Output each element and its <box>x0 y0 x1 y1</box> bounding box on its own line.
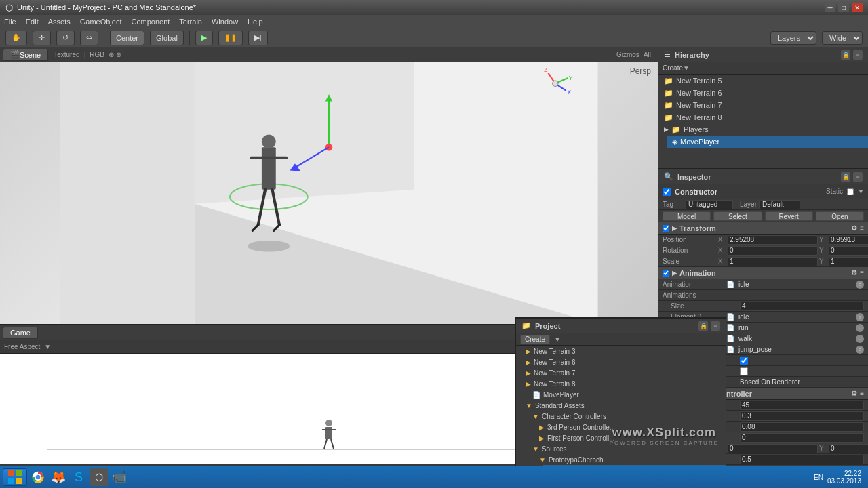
hierarchy-item-terrain7[interactable]: 📁 New Terrain 7 <box>658 99 868 111</box>
minimize-button[interactable]: ─ <box>825 3 835 12</box>
open-button[interactable]: Open <box>816 211 864 221</box>
animate-physics-checkbox[interactable] <box>740 367 748 375</box>
hand-tool[interactable]: ✋ <box>5 30 27 45</box>
project-lock-btn[interactable]: 🔒 <box>698 321 708 331</box>
animation-menu-icon[interactable]: ≡ <box>860 269 864 277</box>
scene-toolbar: Textured | RGB ⊕ ⊕ Gizmos All <box>50 48 655 62</box>
layer-input[interactable] <box>760 200 800 209</box>
char-ctrl-menu-icon[interactable]: ≡ <box>860 390 864 397</box>
folder-icon: 📁 <box>664 101 673 110</box>
inspector-menu-btn[interactable]: ≡ <box>853 172 863 182</box>
hierarchy-lock-btn[interactable]: 🔒 <box>841 50 850 60</box>
start-button[interactable] <box>3 468 27 486</box>
maximize-button[interactable]: □ <box>838 3 849 12</box>
hierarchy-item-terrain8[interactable]: 📁 New Terrain 8 <box>658 111 868 123</box>
animation-enable[interactable] <box>663 270 669 277</box>
play-auto-checkbox[interactable] <box>740 357 748 365</box>
menu-help[interactable]: Help <box>248 18 263 26</box>
hierarchy-item-terrain5[interactable]: 📁 New Terrain 5 <box>658 75 868 87</box>
step-offset-input[interactable] <box>740 411 864 421</box>
proj-item-standard-assets[interactable]: ▼ Standard Assets <box>523 400 726 411</box>
scale-x-input[interactable] <box>728 257 818 266</box>
menu-terrain[interactable]: Terrain <box>179 18 202 26</box>
menu-component[interactable]: Component <box>131 18 170 26</box>
proj-item-terrain8[interactable]: ▶ New Terrain 8 <box>523 378 726 389</box>
slope-limit-input[interactable] <box>740 401 864 410</box>
element3-pick-btn[interactable]: ○ <box>856 346 864 354</box>
project-create-button[interactable]: Create <box>520 335 550 344</box>
proj-item-prototype[interactable]: ▼ PrototypaCherach... <box>536 454 726 465</box>
taskbar-firefox-icon[interactable]: 🦊 <box>49 468 68 486</box>
move-tool[interactable]: ✛ <box>33 30 51 45</box>
static-checkbox[interactable] <box>847 188 854 195</box>
global-button[interactable]: Global <box>150 30 184 45</box>
layer-label: Layer <box>740 201 757 208</box>
hierarchy-create-label[interactable]: Create <box>663 64 683 72</box>
hierarchy-item-terrain6[interactable]: 📁 New Terrain 6 <box>658 87 868 99</box>
folder-icon: ▼ <box>526 402 532 409</box>
scene-viewport[interactable]: Y Z X Persp <box>0 62 658 324</box>
menu-assets[interactable]: Assets <box>48 18 71 26</box>
inspector-lock-btn[interactable]: 🔒 <box>841 172 850 182</box>
proj-item-moveplayer[interactable]: 📄 MovePlayer <box>530 389 726 400</box>
center-x-input[interactable] <box>728 444 818 453</box>
proj-item-char-controllers[interactable]: ▼ Character Controllers <box>530 411 726 422</box>
game-tab[interactable]: Game <box>3 327 38 339</box>
folder-icon: ▶ <box>526 380 531 388</box>
scale-tool[interactable]: ⇔ <box>80 30 98 45</box>
hierarchy-menu-btn[interactable]: ≡ <box>853 50 863 60</box>
taskbar-unity-icon[interactable]: ⬡ <box>90 468 108 486</box>
revert-button[interactable]: Revert <box>765 211 813 221</box>
hierarchy-item-players[interactable]: ▶ 📁 Players <box>658 123 868 136</box>
transform-gear-icon[interactable]: ⚙ <box>851 224 857 232</box>
center-y-input[interactable] <box>829 444 868 453</box>
taskbar-skype-icon[interactable]: S <box>69 468 88 486</box>
model-button[interactable]: Model <box>663 211 711 221</box>
object-active-checkbox[interactable] <box>663 188 671 196</box>
select-button[interactable]: Select <box>713 211 762 221</box>
center-button[interactable]: Center <box>110 30 144 45</box>
proj-item-terrain3[interactable]: ▶ New Terrain 3 <box>523 346 726 357</box>
element2-pick-btn[interactable]: ○ <box>856 335 864 343</box>
transform-enable[interactable] <box>663 225 669 232</box>
layers-dropdown[interactable]: Layers <box>770 31 816 45</box>
rot-x-input[interactable] <box>728 246 818 256</box>
element1-pick-btn[interactable]: ○ <box>856 324 864 332</box>
rotate-tool[interactable]: ↺ <box>56 30 75 45</box>
min-move-input[interactable] <box>740 433 864 443</box>
rotation-label: Rotation <box>663 247 717 254</box>
pos-x-input[interactable] <box>728 235 818 245</box>
skin-width-input[interactable] <box>740 422 864 432</box>
step-button[interactable]: ▶| <box>248 30 268 45</box>
pause-button[interactable]: ❚❚ <box>218 30 243 45</box>
char-ctrl-gear-icon[interactable]: ⚙ <box>851 390 857 397</box>
element0-pick-btn[interactable]: ○ <box>856 313 864 321</box>
hierarchy-tree: 📁 New Terrain 5 📁 New Terrain 6 📁 New Te… <box>658 75 868 148</box>
menu-gameobject[interactable]: GameObject <box>80 18 122 26</box>
taskbar-chrome-icon[interactable] <box>28 468 47 486</box>
menu-file[interactable]: File <box>4 18 16 26</box>
size-input[interactable] <box>740 302 864 311</box>
proj-item-terrain6[interactable]: ▶ New Terrain 6 <box>523 357 726 367</box>
taskbar-xsplit-icon[interactable]: 📹 <box>110 468 129 486</box>
menu-window[interactable]: Window <box>212 18 238 26</box>
animation-gear-icon[interactable]: ⚙ <box>851 269 857 277</box>
layout-dropdown[interactable]: Wide <box>822 31 863 45</box>
project-menu-btn[interactable]: ≡ <box>711 321 720 331</box>
scale-y-input[interactable] <box>829 257 868 266</box>
menu-edit[interactable]: Edit <box>26 18 39 26</box>
scene-tab[interactable]: 🎬 Scene <box>3 49 48 61</box>
gizmos-label[interactable]: Gizmos <box>616 51 639 58</box>
animation-pick-btn[interactable]: ○ <box>856 281 864 289</box>
animation-section-header[interactable]: ▶ Animation ⚙ ≡ <box>658 267 868 279</box>
hierarchy-item-moveplayer[interactable]: ◈ MovePlayer <box>667 136 868 148</box>
rot-y-input[interactable] <box>829 246 868 256</box>
transform-section-header[interactable]: ▶ Transform ⚙ ≡ <box>658 222 868 235</box>
close-button[interactable]: ✕ <box>852 3 863 12</box>
transform-menu-icon[interactable]: ≡ <box>860 224 864 232</box>
pos-y-input[interactable] <box>829 235 868 245</box>
play-button[interactable]: ▶ <box>195 30 213 45</box>
tag-input[interactable] <box>686 200 733 209</box>
radius-input[interactable] <box>740 455 864 464</box>
proj-item-terrain7[interactable]: ▶ New Terrain 7 <box>523 367 726 378</box>
